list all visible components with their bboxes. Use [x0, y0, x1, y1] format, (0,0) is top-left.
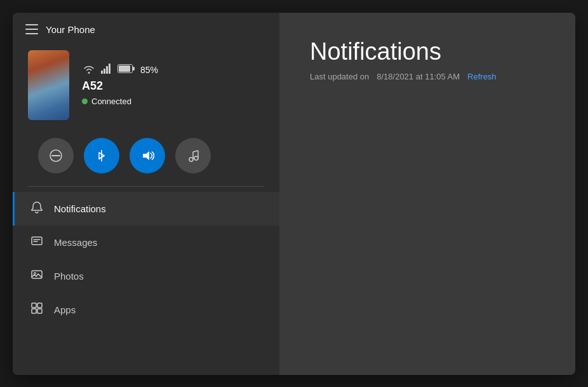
sidebar-item-apps-label: Apps: [54, 304, 76, 315]
connection-status-label: Connected: [91, 97, 131, 106]
volume-button[interactable]: [130, 138, 165, 173]
phone-name: A52: [82, 79, 158, 93]
svg-line-15: [193, 151, 198, 152]
signal-icon: [101, 64, 112, 76]
connection-status: Connected: [82, 97, 158, 106]
svg-rect-3: [109, 64, 110, 74]
music-button[interactable]: [175, 138, 211, 173]
wifi-icon: [82, 64, 96, 76]
photo-icon: [30, 268, 44, 284]
battery-percent: 85%: [140, 65, 158, 75]
svg-rect-2: [106, 66, 108, 74]
battery-icon: [117, 64, 135, 75]
sidebar-divider: [28, 186, 264, 187]
last-updated-prefix: Last updated on: [310, 72, 369, 81]
svg-rect-19: [32, 303, 36, 308]
status-dot-connected: [82, 98, 88, 104]
sidebar-item-messages[interactable]: Messages: [13, 226, 279, 259]
refresh-button[interactable]: Refresh: [467, 72, 497, 81]
sidebar: Your Phone: [13, 13, 279, 375]
svg-rect-16: [32, 237, 42, 245]
mute-button[interactable]: [38, 138, 74, 173]
svg-rect-17: [32, 271, 42, 278]
apps-icon: [30, 302, 44, 318]
sidebar-item-photos-label: Photos: [54, 271, 84, 282]
app-window: Your Phone: [13, 13, 575, 375]
phone-status-row: 85%: [82, 64, 158, 76]
phone-thumbnail: [28, 50, 69, 120]
bluetooth-button[interactable]: [84, 138, 119, 173]
last-updated-date: 8/18/2021 at 11:05 AM: [377, 72, 460, 81]
last-updated-line: Last updated on 8/18/2021 at 11:05 AM Re…: [310, 72, 545, 81]
svg-rect-5: [119, 65, 130, 72]
svg-rect-0: [101, 71, 103, 74]
action-buttons-row: [13, 132, 279, 186]
svg-point-11: [189, 158, 193, 161]
svg-point-18: [34, 272, 36, 274]
sidebar-header: Your Phone: [13, 13, 279, 44]
svg-rect-1: [104, 69, 105, 74]
phone-details: 85% A52 Connected: [82, 64, 158, 106]
svg-marker-10: [143, 151, 149, 160]
sidebar-item-messages-label: Messages: [54, 237, 97, 248]
sidebar-item-photos[interactable]: Photos: [13, 259, 279, 293]
svg-rect-20: [37, 303, 42, 308]
nav-items: Notifications Messages: [13, 192, 279, 375]
bell-icon: [30, 201, 44, 217]
message-icon: [30, 234, 44, 250]
sidebar-item-apps[interactable]: Apps: [13, 293, 279, 327]
svg-rect-6: [133, 67, 135, 71]
sidebar-item-notifications[interactable]: Notifications: [13, 192, 279, 226]
svg-point-12: [194, 156, 198, 160]
hamburger-menu-icon[interactable]: [25, 24, 38, 34]
app-title: Your Phone: [46, 24, 95, 35]
page-title: Notifications: [310, 38, 545, 65]
main-content: Notifications Last updated on 8/18/2021 …: [279, 13, 575, 375]
svg-rect-21: [32, 309, 36, 313]
sidebar-item-notifications-label: Notifications: [54, 203, 106, 214]
phone-info-section: 85% A52 Connected: [13, 44, 279, 132]
svg-rect-22: [37, 309, 42, 313]
